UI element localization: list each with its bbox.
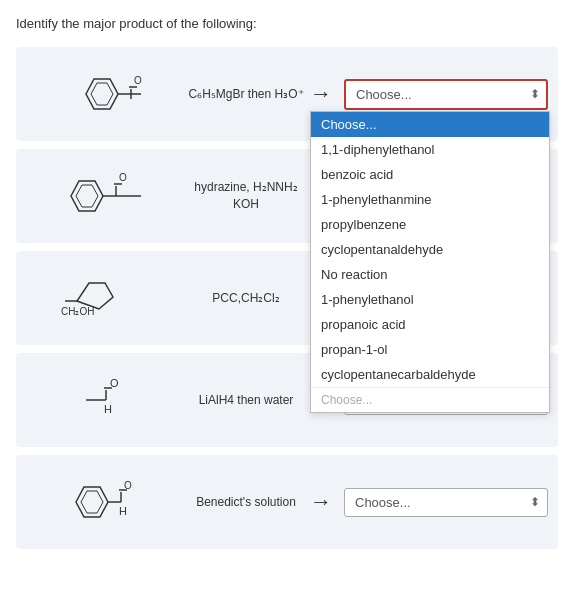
svg-text:O: O	[110, 377, 119, 389]
dropdown-item-2[interactable]: benzoic acid	[311, 162, 549, 187]
molecule-diagram-4: O H	[26, 365, 186, 435]
molecule-diagram-1: O	[26, 59, 186, 129]
svg-text:H: H	[119, 505, 127, 517]
svg-text:O: O	[124, 480, 132, 491]
svg-line-15	[92, 185, 98, 196]
molecule-diagram-3: CH₂OH	[26, 263, 186, 333]
svg-line-39	[81, 502, 87, 513]
reagent-label-1: C₆H₅MgBr then H₃O⁺	[186, 86, 306, 103]
instruction-text: Identify the major product of the follow…	[16, 16, 558, 31]
molecule-diagram-5: O H	[26, 467, 186, 537]
dropdown-overlay-1: Choose... 1,1-diphenylethanol benzoic ac…	[310, 111, 550, 413]
reagent-label-5: Benedict's solution	[186, 494, 306, 511]
reactions-container: O C₆H₅MgBr then H₃O⁺ → Choose... 1,1-dip…	[16, 47, 558, 549]
dropdown-item-choose[interactable]: Choose...	[311, 112, 549, 137]
product-select-1[interactable]: Choose... 1,1-diphenylethanol benzoic ac…	[344, 79, 548, 110]
reagent-label-4: LiAlH4 then water	[186, 392, 306, 409]
svg-line-3	[107, 83, 113, 94]
dropdown-item-10[interactable]: cyclopentanecarbaldehyde	[311, 362, 549, 387]
reagent-label-3: PCC,CH₂Cl₂	[186, 290, 306, 307]
molecule-diagram-2: O	[26, 161, 186, 231]
svg-line-13	[76, 185, 82, 196]
dropdown-item-9[interactable]: propan-1-ol	[311, 337, 549, 362]
svg-line-34	[81, 491, 87, 502]
product-select-5[interactable]: Choose... 1,1-diphenylethanol benzoic ac…	[344, 488, 548, 517]
dropdown-scroll-hint: Choose...	[311, 387, 549, 412]
select-wrapper-5: Choose... 1,1-diphenylethanol benzoic ac…	[344, 488, 548, 517]
arrow-1: →	[310, 81, 332, 107]
select-wrapper-1: Choose... 1,1-diphenylethanol benzoic ac…	[344, 79, 548, 110]
dropdown-item-3[interactable]: 1-phenylethanmine	[311, 187, 549, 212]
dropdown-item-4[interactable]: propylbenzene	[311, 212, 549, 237]
dropdown-item-7[interactable]: 1-phenylethanol	[311, 287, 549, 312]
svg-text:CH₂OH: CH₂OH	[61, 306, 94, 317]
svg-line-18	[76, 196, 82, 207]
reagent-label-2: hydrazine, H₂NNH₂ KOH	[186, 179, 306, 213]
reaction-row-1: O C₆H₅MgBr then H₃O⁺ → Choose... 1,1-dip…	[16, 47, 558, 141]
dropdown-item-8[interactable]: propanoic acid	[311, 312, 549, 337]
reaction-row-5: O H Benedict's solution → Choose... 1,1-…	[16, 455, 558, 549]
svg-line-37	[97, 502, 103, 513]
dropdown-item-1[interactable]: 1,1-diphenylethanol	[311, 137, 549, 162]
svg-line-1	[91, 83, 97, 94]
svg-line-4	[107, 94, 113, 105]
svg-text:O: O	[134, 75, 142, 86]
dropdown-item-5[interactable]: cyclopentanaldehyde	[311, 237, 549, 262]
svg-line-36	[97, 491, 103, 502]
svg-line-6	[91, 94, 97, 105]
svg-line-16	[92, 196, 98, 207]
arrow-5: →	[310, 489, 332, 515]
svg-text:O: O	[119, 172, 127, 183]
svg-text:H: H	[104, 403, 112, 415]
dropdown-item-6[interactable]: No reaction	[311, 262, 549, 287]
